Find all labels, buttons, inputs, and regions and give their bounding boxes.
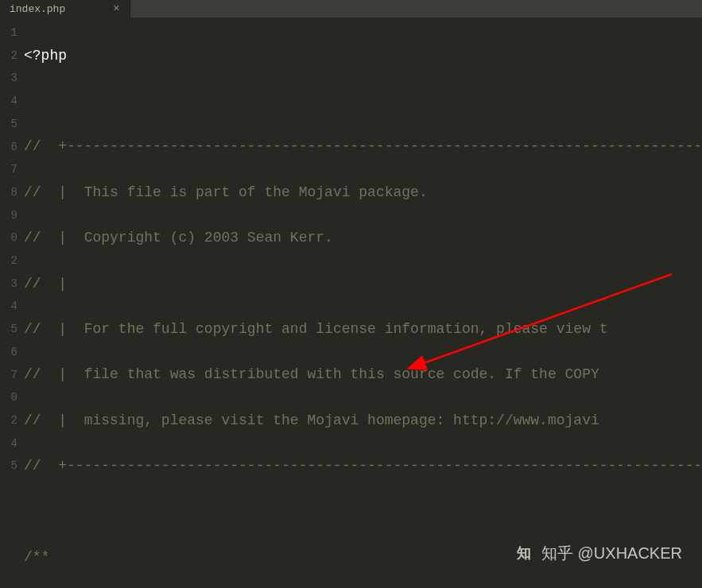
code-token: For the full copyright and license infor… bbox=[84, 321, 608, 337]
code-token: // | bbox=[24, 184, 84, 200]
line-number: 2 bbox=[0, 409, 17, 432]
code-token: // +------------------------------------… bbox=[24, 458, 702, 474]
line-number: 5 bbox=[0, 455, 17, 478]
line-number: 2 bbox=[0, 44, 17, 68]
line-number: 1 bbox=[0, 21, 17, 44]
tab-bar: index.php × bbox=[0, 0, 702, 17]
line-number: 0 bbox=[0, 386, 17, 409]
line-number: 7 bbox=[0, 158, 17, 181]
code-token: Copyright (c) 2003 Sean Kerr. bbox=[84, 230, 333, 246]
code-token: // | bbox=[24, 366, 84, 382]
zhihu-icon: 知 bbox=[513, 542, 535, 564]
line-number: 8 bbox=[0, 181, 17, 204]
line-number: 4 bbox=[0, 432, 17, 455]
line-numbers: 1 2 3 4 5 6 7 8 9 0 2 3 4 5 6 7 0 2 4 5 bbox=[0, 17, 24, 588]
code-token: <?php bbox=[24, 48, 67, 64]
editor-area: 1 2 3 4 5 6 7 8 9 0 2 3 4 5 6 7 0 2 4 5 … bbox=[0, 17, 702, 588]
code-token: /** bbox=[24, 549, 49, 565]
code-token: // | bbox=[24, 412, 84, 428]
line-number: 2 bbox=[0, 250, 17, 273]
code-token: // | bbox=[24, 230, 84, 246]
line-number: 0 bbox=[0, 226, 17, 250]
line-number: 6 bbox=[0, 341, 17, 364]
line-number: 4 bbox=[0, 90, 17, 113]
code-token: // | bbox=[24, 276, 67, 292]
code-token: file that was distributed with this sour… bbox=[84, 366, 599, 382]
line-number: 9 bbox=[0, 204, 17, 227]
line-number: 7 bbox=[0, 364, 17, 387]
code-token: This file is part of the Mojavi package. bbox=[84, 184, 428, 200]
code-token: // | bbox=[24, 321, 84, 337]
code-token: missing, please visit the Mojavi homepag… bbox=[84, 412, 599, 428]
line-number: 4 bbox=[0, 295, 17, 318]
watermark-text: 知乎 @UXHACKER bbox=[541, 543, 682, 564]
editor-tab[interactable]: index.php × bbox=[0, 0, 130, 17]
watermark: 知 知乎 @UXHACKER bbox=[513, 542, 682, 564]
line-number: 3 bbox=[0, 67, 17, 90]
close-icon[interactable]: × bbox=[113, 2, 119, 15]
line-number: 5 bbox=[0, 113, 17, 136]
line-number: 3 bbox=[0, 273, 17, 296]
code-token: // +------------------------------------… bbox=[24, 138, 702, 154]
tab-filename: index.php bbox=[10, 3, 65, 15]
line-number: 6 bbox=[0, 136, 17, 159]
line-number: 5 bbox=[0, 318, 17, 341]
code-content[interactable]: <?php // +------------------------------… bbox=[24, 17, 702, 588]
